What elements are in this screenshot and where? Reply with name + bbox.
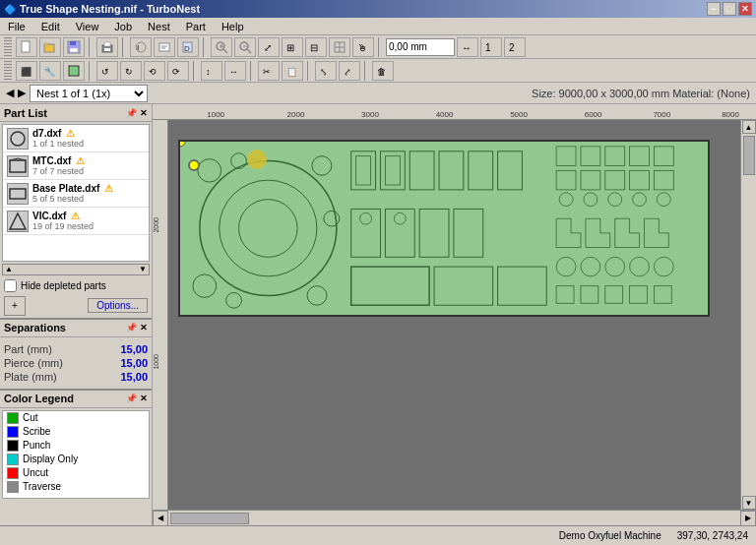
print-button[interactable] — [96, 37, 118, 57]
menu-job[interactable]: Job — [110, 21, 136, 32]
ruler-mark-8000: 8000 — [722, 110, 739, 119]
tb-btn-11[interactable] — [329, 37, 350, 57]
vscroll-up-button[interactable]: ▲ — [742, 120, 756, 134]
svg-rect-103 — [605, 286, 623, 304]
hscroll-right-button[interactable]: ▶ — [740, 511, 756, 526]
origin-marker — [188, 159, 200, 171]
svg-rect-90 — [654, 170, 673, 190]
sep2-4 — [307, 61, 311, 81]
vscroll-thumb[interactable] — [743, 136, 755, 175]
hscroll-left-button[interactable]: ◀ — [153, 511, 168, 526]
save-button[interactable] — [63, 37, 85, 57]
tb2-btn-14[interactable]: 🗑 — [372, 61, 394, 81]
part-item-mtc[interactable]: MTC.dxf ⚠ 7 of 7 nested — [3, 152, 149, 180]
legend-uncut: Uncut — [3, 466, 149, 480]
svg-text:↔: ↔ — [229, 67, 238, 77]
zoom-input[interactable] — [386, 38, 455, 56]
tb2-btn-12[interactable]: ⤣ — [315, 61, 337, 81]
svg-rect-12 — [159, 43, 169, 51]
vscroll-track — [741, 134, 756, 496]
tb2-btn-8[interactable]: ↕ — [201, 61, 222, 81]
svg-rect-49 — [10, 160, 26, 172]
tb-btn-9[interactable]: ⊞ — [282, 37, 303, 57]
svg-rect-66 — [380, 151, 405, 190]
part-list-pin-icon[interactable]: 📌 — [126, 108, 137, 118]
minimize-button[interactable]: − — [707, 2, 721, 16]
toolbar-grip-1 — [4, 37, 12, 57]
tb2-btn-6[interactable]: ⟲ — [144, 61, 165, 81]
tb-btn-14[interactable]: 1 — [480, 37, 502, 57]
add-parts-button[interactable]: + — [4, 296, 26, 316]
tb-btn-4[interactable] — [154, 37, 175, 57]
tb2-btn-7[interactable]: ⟳ — [167, 61, 189, 81]
tb2-btn-9[interactable]: ↔ — [224, 61, 246, 81]
toolbar-1: I D ⤢ ⊞ ⊟ 🖱 ↔ 1 2 — [0, 35, 756, 59]
hide-depleted-checkbox[interactable] — [4, 279, 17, 292]
legend-color-scribe — [7, 426, 19, 438]
svg-rect-71 — [498, 151, 523, 190]
close-button[interactable]: ✕ — [738, 2, 752, 16]
tb2-btn-10[interactable]: ✂ — [258, 61, 280, 81]
part-list-scroll-down[interactable]: ▼ — [137, 265, 149, 273]
menu-nest[interactable]: Nest — [144, 21, 174, 32]
legend-label-cut: Cut — [23, 412, 38, 423]
vscroll-down-button[interactable]: ▼ — [742, 496, 756, 510]
svg-point-93 — [608, 193, 622, 207]
tb2-btn-5[interactable]: ↻ — [120, 61, 142, 81]
nest-select[interactable]: Nest 1 of 1 (1x) — [30, 85, 148, 102]
tb-btn-3[interactable]: I — [130, 37, 152, 57]
sep-pin-icon[interactable]: 📌 — [126, 323, 137, 333]
hscroll-thumb[interactable] — [170, 513, 249, 524]
options-button[interactable]: Options... — [88, 298, 148, 313]
menu-view[interactable]: View — [72, 21, 103, 32]
restore-button[interactable]: □ — [723, 2, 736, 16]
tb-btn-6[interactable] — [211, 37, 232, 57]
tb2-btn-3[interactable] — [63, 61, 85, 81]
tb-btn-15[interactable]: 2 — [504, 37, 526, 57]
tb-btn-10[interactable]: ⊟ — [305, 37, 327, 57]
svg-rect-77 — [454, 209, 483, 257]
part-thumb-d7 — [7, 128, 29, 150]
menu-file[interactable]: File — [4, 21, 30, 32]
svg-point-94 — [633, 193, 647, 207]
tb-btn-7[interactable] — [234, 37, 256, 57]
menu-help[interactable]: Help — [218, 21, 248, 32]
svg-rect-72 — [351, 209, 381, 257]
sep-part-label: Part (mm) — [4, 343, 52, 355]
ruler-mark-5000: 5000 — [510, 110, 528, 119]
nest-next-button[interactable]: ▶ — [18, 87, 26, 99]
svg-text:⬛: ⬛ — [21, 66, 32, 78]
tb2-btn-13[interactable]: ⤤ — [339, 61, 360, 81]
nest-prev-button[interactable]: ◀ — [6, 87, 14, 99]
menu-edit[interactable]: Edit — [37, 21, 64, 32]
tb2-btn-4[interactable]: ↺ — [96, 61, 118, 81]
part-item-baseplate[interactable]: Base Plate.dxf ⚠ 5 of 5 nested — [3, 180, 149, 208]
legend-pin-icon[interactable]: 📌 — [126, 394, 137, 403]
tb-btn-13[interactable]: ↔ — [457, 37, 478, 57]
svg-text:⊟: ⊟ — [310, 42, 318, 53]
part-info-d7: d7.dxf ⚠ 1 of 1 nested — [32, 128, 145, 149]
menu-part[interactable]: Part — [182, 21, 210, 32]
part-item-d7[interactable]: d7.dxf ⚠ 1 of 1 nested — [3, 125, 149, 152]
sep-close-icon[interactable]: ✕ — [140, 323, 148, 333]
legend-close-icon[interactable]: ✕ — [140, 394, 148, 403]
open-button[interactable] — [39, 37, 61, 57]
legend-color-uncut — [7, 467, 19, 479]
part-list-close-icon[interactable]: ✕ — [140, 108, 148, 118]
sep-row-plate: Plate (mm) 15,00 — [4, 371, 148, 383]
part-list-scroll-up[interactable]: ▲ — [3, 265, 15, 273]
svg-point-73 — [360, 212, 372, 224]
tb2-btn-1[interactable]: ⬛ — [16, 61, 37, 81]
drawing-canvas[interactable]: ▲ ▼ — [168, 120, 756, 510]
ruler-left: 2000 1000 — [153, 120, 168, 510]
tb2-btn-11[interactable]: 📋 — [282, 61, 303, 81]
tb-btn-5[interactable]: D — [177, 37, 199, 57]
tb-btn-12[interactable]: 🖱 — [352, 37, 374, 57]
svg-point-97 — [581, 257, 600, 276]
new-button[interactable] — [16, 37, 37, 57]
tb-btn-8[interactable]: ⤢ — [258, 37, 280, 57]
tb2-btn-2[interactable]: 🔧 — [39, 61, 61, 81]
sep-plate-value: 15,00 — [120, 371, 148, 383]
legend-traverse: Traverse — [3, 480, 149, 494]
part-item-vic[interactable]: VIC.dxf ⚠ 19 of 19 nested — [3, 208, 149, 235]
